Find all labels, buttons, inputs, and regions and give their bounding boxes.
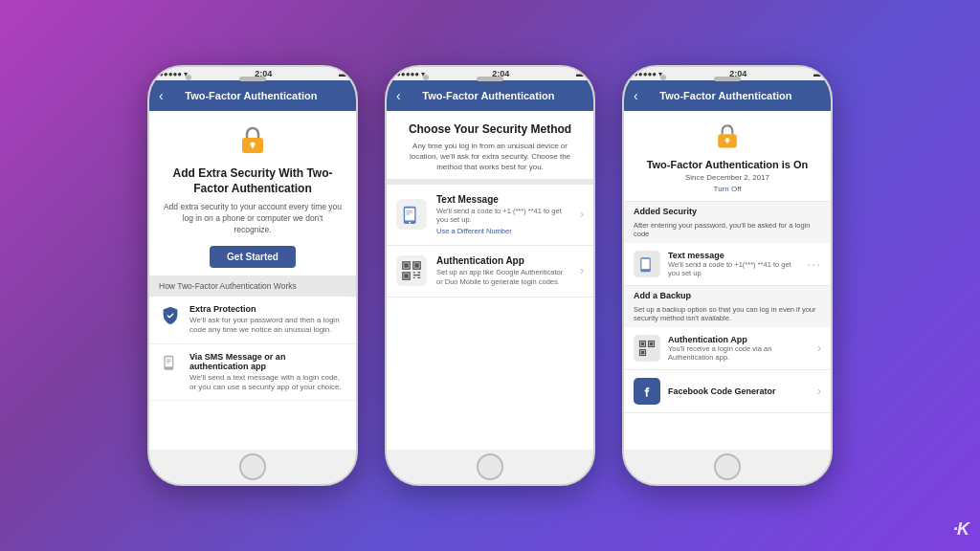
auth-app-title: Authentication App xyxy=(436,255,570,266)
p3-fb-icon xyxy=(634,378,660,405)
svg-rect-4 xyxy=(166,357,173,366)
feature-text-0: Extra Protection We'll ask for your pass… xyxy=(189,304,346,336)
p3-auth-chevron: › xyxy=(817,342,821,355)
phone-bottom-3 xyxy=(624,450,831,484)
p3-fb-codegen-title: Facebook Code Generator xyxy=(668,386,810,396)
hero-section-1: Add Extra Security With Two-Factor Authe… xyxy=(149,111,356,276)
p3-auth-app-text: Authentication App You'll receive a logi… xyxy=(668,335,810,362)
p3-hero-section: Two-Factor Authentication is On Since De… xyxy=(624,111,831,202)
back-arrow-3[interactable]: ‹ xyxy=(634,88,638,103)
back-arrow-2[interactable]: ‹ xyxy=(396,88,401,103)
feature-item-1: Via SMS Message or an authentication app… xyxy=(149,344,356,402)
header-title-2: Two-Factor Authentication xyxy=(407,90,570,101)
back-arrow-1[interactable]: ‹ xyxy=(159,88,164,103)
svg-rect-15 xyxy=(404,264,409,269)
phone-bottom-1 xyxy=(149,450,356,484)
phone-3: ●●●●● ▾ 2:04 ▬ ‹ Two-Factor Authenticati… xyxy=(622,65,833,486)
p3-text-msg-icon xyxy=(634,251,660,277)
method-intro: Choose Your Security Method Any time you… xyxy=(387,111,593,185)
phone-1: ●●●●● ▾ 2:04 ▬ ‹ Two-Factor Authenticati… xyxy=(147,65,358,486)
svg-rect-35 xyxy=(641,351,645,355)
method-text-message[interactable]: Text Message We'll send a code to +1 (**… xyxy=(387,185,593,247)
svg-rect-19 xyxy=(404,275,409,279)
add-backup-desc: Set up a backup option so that you can l… xyxy=(624,305,831,327)
camera-3 xyxy=(660,75,666,80)
get-started-button[interactable]: Get Started xyxy=(210,246,296,268)
home-button-2[interactable] xyxy=(477,453,503,480)
p3-fb-codegen-text: Facebook Code Generator xyxy=(668,386,810,396)
header-title-1: Two-Factor Authentication xyxy=(169,90,333,101)
p3-fb-chevron: › xyxy=(817,385,821,398)
security-method-title: Choose Your Security Method xyxy=(400,122,580,136)
p3-lock-icon xyxy=(712,121,743,153)
header-title-3: Two-Factor Authentication xyxy=(644,90,808,101)
p3-main-title: Two-Factor Authentication is On xyxy=(647,159,809,170)
home-button-1[interactable] xyxy=(239,453,266,480)
speaker-2 xyxy=(477,77,503,81)
status-battery-1: ▬ xyxy=(339,70,346,78)
p3-turnoff-link[interactable]: Turn Off xyxy=(714,185,742,193)
p3-auth-app-icon xyxy=(634,335,660,362)
camera-2 xyxy=(423,75,429,80)
lock-icon xyxy=(234,122,271,159)
screen-content-2: Choose Your Security Method Any time you… xyxy=(387,111,593,450)
svg-rect-31 xyxy=(641,342,645,346)
phone-2: ●●●●● ▾ 2:04 ▬ ‹ Two-Factor Authenticati… xyxy=(385,65,595,486)
hero-desc-1: Add extra security to your account every… xyxy=(163,202,343,236)
screen-content-1: Add Extra Security With Two-Factor Authe… xyxy=(149,111,356,450)
svg-rect-17 xyxy=(414,264,419,269)
different-number-link[interactable]: Use a Different Number xyxy=(436,227,570,235)
added-security-item-0: Text message We'll send a code to +1(***… xyxy=(624,243,831,286)
svg-rect-29 xyxy=(641,259,649,270)
auth-app-desc: Set up an app like Google Authenticator … xyxy=(436,268,570,287)
p3-text-msg-desc: We'll send a code to +1(***) **41 to get… xyxy=(668,260,799,277)
backup-item-1[interactable]: Facebook Code Generator › xyxy=(624,370,831,413)
p3-text-msg-text: Text message We'll send a code to +1(***… xyxy=(668,251,799,277)
fb-header-1: ‹ Two-Factor Authentication xyxy=(149,80,356,111)
p3-auth-app-desc: You'll receive a login code via an Authe… xyxy=(668,344,810,362)
status-battery-2: ▬ xyxy=(576,70,584,78)
screen-2: ‹ Two-Factor Authentication Choose Your … xyxy=(387,80,593,450)
status-signal-2: ●●●●● ▾ xyxy=(396,70,425,78)
feature-desc-1: We'll send a text message with a login c… xyxy=(189,373,346,393)
phone-bottom-2 xyxy=(387,450,593,484)
p3-auth-app-title: Authentication App xyxy=(668,335,810,344)
auth-chevron-icon: › xyxy=(580,264,584,277)
text-message-desc: We'll send a code to +1 (***) **41 to ge… xyxy=(436,207,570,226)
home-button-3[interactable] xyxy=(714,453,741,480)
added-security-title: Added Security xyxy=(624,202,831,221)
text-message-content: Text Message We'll send a code to +1 (**… xyxy=(436,194,570,236)
svg-rect-2 xyxy=(252,144,254,148)
auth-app-content: Authentication App Set up an app like Go… xyxy=(436,255,570,287)
feature-desc-0: We'll ask for your password and then a l… xyxy=(189,316,346,336)
svg-rect-27 xyxy=(726,140,728,143)
feature-text-1: Via SMS Message or an authentication app… xyxy=(189,352,346,393)
fb-header-3: ‹ Two-Factor Authentication xyxy=(624,80,831,111)
more-options-icon[interactable]: ··· xyxy=(807,256,821,272)
screen-3: ‹ Two-Factor Authentication Two-Factor A… xyxy=(624,80,831,450)
added-security-desc: After entering your password, you'll be … xyxy=(624,221,831,243)
status-battery-3: ▬ xyxy=(813,70,821,78)
svg-point-10 xyxy=(409,222,411,224)
screen-content-3: Two-Factor Authentication is On Since De… xyxy=(624,111,831,450)
text-message-title: Text Message xyxy=(436,194,570,205)
text-chevron-icon: › xyxy=(580,208,584,221)
add-backup-title: Add a Backup xyxy=(624,286,831,305)
security-method-desc: Any time you log in from an unusual devi… xyxy=(400,141,580,173)
method-auth-app[interactable]: Authentication App Set up an app like Go… xyxy=(387,246,593,298)
speaker-1 xyxy=(239,77,266,81)
watermark: ·K xyxy=(953,519,969,540)
auth-app-icon xyxy=(396,255,427,286)
p3-text-msg-title: Text message xyxy=(668,251,799,260)
svg-rect-33 xyxy=(650,342,654,346)
shield-icon xyxy=(159,304,182,327)
fb-header-2: ‹ Two-Factor Authentication xyxy=(387,80,593,111)
screen-1: ‹ Two-Factor Authentication Add Extra Se… xyxy=(149,80,356,450)
camera-1 xyxy=(186,75,191,80)
status-signal: ●●●●● ▾ xyxy=(159,70,188,78)
sms-icon xyxy=(159,352,182,375)
hero-title-1: Add Extra Security With Two-Factor Authe… xyxy=(163,166,343,196)
p3-since: Since December 2, 2017 xyxy=(685,173,769,182)
backup-item-0[interactable]: Authentication App You'll receive a logi… xyxy=(624,327,831,370)
text-message-icon xyxy=(396,199,427,230)
